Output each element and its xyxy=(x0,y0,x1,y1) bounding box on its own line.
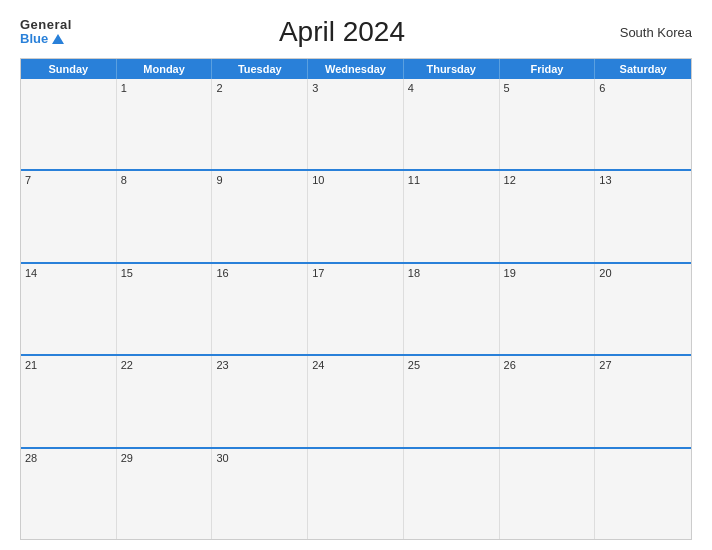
calendar-title: April 2024 xyxy=(72,16,612,48)
day-cell-24: 24 xyxy=(308,356,404,446)
day-cell-21: 21 xyxy=(21,356,117,446)
week-row-4: 21 22 23 24 25 26 27 xyxy=(21,354,691,446)
day-cell-10: 10 xyxy=(308,171,404,261)
day-cell-empty-w5-4 xyxy=(308,449,404,539)
day-cell-6: 6 xyxy=(595,79,691,169)
day-cell-18: 18 xyxy=(404,264,500,354)
day-cell-27: 27 xyxy=(595,356,691,446)
day-cell-empty xyxy=(21,79,117,169)
day-cell-30: 30 xyxy=(212,449,308,539)
day-cell-11: 11 xyxy=(404,171,500,261)
region-label: South Korea xyxy=(612,25,692,40)
day-cell-13: 13 xyxy=(595,171,691,261)
day-cell-empty-w5-6 xyxy=(500,449,596,539)
day-cell-20: 20 xyxy=(595,264,691,354)
calendar-page: General Blue April 2024 South Korea Sund… xyxy=(0,0,712,550)
header: General Blue April 2024 South Korea xyxy=(20,16,692,48)
day-cell-23: 23 xyxy=(212,356,308,446)
day-cell-16: 16 xyxy=(212,264,308,354)
week-row-2: 7 8 9 10 11 12 13 xyxy=(21,169,691,261)
header-saturday: Saturday xyxy=(595,59,691,79)
day-cell-5: 5 xyxy=(500,79,596,169)
header-wednesday: Wednesday xyxy=(308,59,404,79)
day-cell-4: 4 xyxy=(404,79,500,169)
day-cell-28: 28 xyxy=(21,449,117,539)
day-cell-22: 22 xyxy=(117,356,213,446)
day-cell-14: 14 xyxy=(21,264,117,354)
day-cell-9: 9 xyxy=(212,171,308,261)
day-cell-15: 15 xyxy=(117,264,213,354)
week-row-1: 1 2 3 4 5 6 xyxy=(21,79,691,169)
calendar-grid: Sunday Monday Tuesday Wednesday Thursday… xyxy=(20,58,692,540)
week-row-5: 28 29 30 xyxy=(21,447,691,539)
week-row-3: 14 15 16 17 18 19 20 xyxy=(21,262,691,354)
weeks-container: 1 2 3 4 5 6 7 8 9 10 11 12 13 14 15 xyxy=(21,79,691,539)
logo-general-text: General xyxy=(20,18,72,32)
day-headers-row: Sunday Monday Tuesday Wednesday Thursday… xyxy=(21,59,691,79)
day-cell-empty-w5-5 xyxy=(404,449,500,539)
logo: General Blue xyxy=(20,18,72,47)
day-cell-8: 8 xyxy=(117,171,213,261)
day-cell-2: 2 xyxy=(212,79,308,169)
header-monday: Monday xyxy=(117,59,213,79)
day-cell-3: 3 xyxy=(308,79,404,169)
logo-blue-text: Blue xyxy=(20,32,72,46)
logo-triangle-icon xyxy=(52,34,64,44)
header-friday: Friday xyxy=(500,59,596,79)
day-cell-empty-w5-7 xyxy=(595,449,691,539)
day-cell-25: 25 xyxy=(404,356,500,446)
day-cell-1: 1 xyxy=(117,79,213,169)
day-cell-12: 12 xyxy=(500,171,596,261)
day-cell-19: 19 xyxy=(500,264,596,354)
day-cell-7: 7 xyxy=(21,171,117,261)
header-sunday: Sunday xyxy=(21,59,117,79)
header-thursday: Thursday xyxy=(404,59,500,79)
day-cell-26: 26 xyxy=(500,356,596,446)
day-cell-29: 29 xyxy=(117,449,213,539)
day-cell-17: 17 xyxy=(308,264,404,354)
header-tuesday: Tuesday xyxy=(212,59,308,79)
